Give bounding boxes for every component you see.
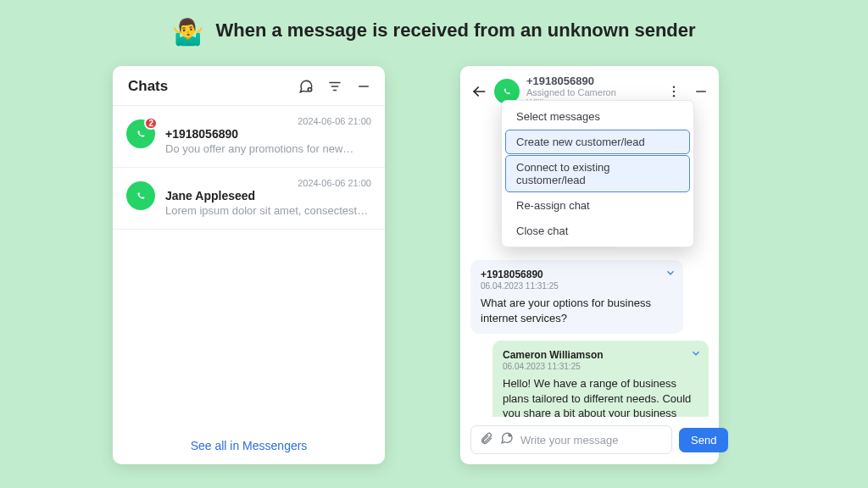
conversation-panel: +1918056890 Assigned to Cameron Williams…	[460, 66, 719, 464]
chat-preview: Do you offer any promotions for new…	[165, 142, 371, 155]
context-menu: Select messages Create new customer/lead…	[501, 100, 694, 247]
chat-item-unknown[interactable]: 2 2024-06-06 21:00 +1918056890 Do you of…	[113, 105, 385, 167]
composer-input-wrap	[470, 425, 672, 454]
outgoing-message: Cameron Williamson 06.04.2023 11:31:25 H…	[492, 341, 709, 417]
menu-reassign-chat[interactable]: Re-assign chat	[505, 193, 690, 218]
chats-heading: Chats	[128, 78, 298, 95]
menu-select-messages[interactable]: Select messages	[505, 104, 690, 129]
back-arrow-icon[interactable]	[470, 83, 487, 100]
conversation-phone: +1918056890	[526, 75, 659, 87]
chats-header: Chats	[113, 66, 385, 105]
chat-time: 2024-06-06 21:00	[165, 178, 371, 188]
minimize-icon[interactable]	[693, 84, 709, 99]
svg-point-6	[673, 86, 675, 87]
message-timestamp: 06.04.2023 11:31:25	[503, 362, 698, 371]
message-sender: Cameron Williamson	[503, 349, 698, 361]
menu-connect-customer[interactable]: Connect to existing customer/lead	[505, 155, 690, 192]
page-title-text: When a message is received from an unkno…	[216, 19, 696, 41]
menu-close-chat[interactable]: Close chat	[505, 219, 690, 243]
message-sender: +1918056890	[481, 269, 673, 280]
svg-point-8	[673, 95, 675, 97]
message-input[interactable]	[520, 434, 663, 446]
chevron-down-icon[interactable]	[690, 347, 702, 363]
see-all-link[interactable]: See all in Messengers	[113, 427, 385, 464]
chats-header-actions	[298, 79, 371, 94]
chats-panel: Chats 2 2024-06-06 21:00 +1918056890 Do …	[113, 66, 385, 464]
new-chat-icon[interactable]	[298, 79, 314, 94]
page-title: 🤷‍♂️ When a message is received from an …	[0, 17, 868, 47]
quick-reply-icon[interactable]	[500, 431, 514, 448]
menu-create-customer[interactable]: Create new customer/lead	[505, 130, 690, 154]
chat-item-known[interactable]: 2024-06-06 21:00 Jane Appleseed Lorem ip…	[113, 167, 385, 230]
chat-name: Jane Appleseed	[165, 189, 371, 202]
attachment-icon[interactable]	[480, 431, 493, 448]
shrug-emoji: 🤷‍♂️	[172, 18, 203, 46]
minimize-icon[interactable]	[356, 79, 371, 94]
incoming-message: +1918056890 06.04.2023 11:31:25 What are…	[470, 260, 683, 334]
message-body: What are your options for business inter…	[481, 296, 673, 325]
whatsapp-avatar-icon: 2	[126, 119, 155, 148]
svg-point-7	[673, 90, 675, 92]
unread-badge: 2	[144, 117, 158, 130]
send-button[interactable]: Send	[679, 428, 728, 452]
chevron-down-icon[interactable]	[665, 267, 676, 282]
composer: Send	[460, 417, 719, 464]
chat-preview: Lorem ipsum dolor sit amet, consectest…	[165, 204, 371, 217]
message-timestamp: 06.04.2023 11:31:25	[481, 281, 673, 291]
chat-name: +1918056890	[165, 127, 371, 141]
kebab-menu-icon[interactable]	[666, 84, 682, 99]
chat-list: 2 2024-06-06 21:00 +1918056890 Do you of…	[113, 105, 385, 427]
message-body: Hello! We have a range of business plans…	[503, 376, 698, 417]
filter-icon[interactable]	[327, 79, 342, 94]
svg-point-10	[508, 434, 511, 437]
chat-time: 2024-06-06 21:00	[165, 116, 371, 126]
whatsapp-avatar-icon	[126, 181, 155, 210]
